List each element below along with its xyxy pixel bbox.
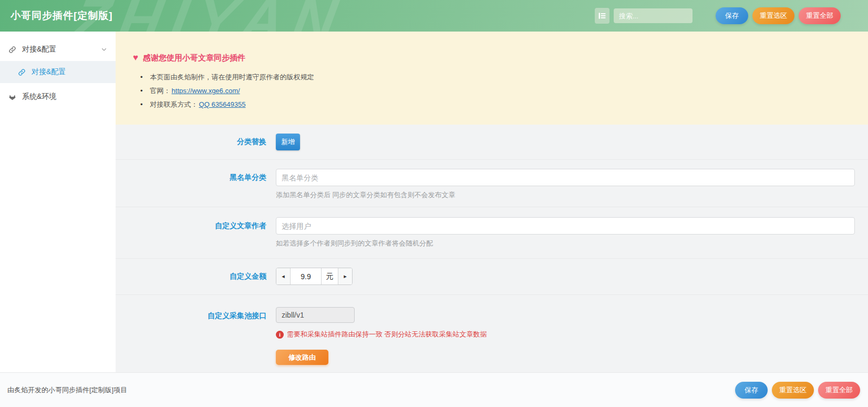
field-label: 分类替换	[116, 137, 276, 147]
add-category-button[interactable]: 新增	[276, 134, 300, 150]
field-control: 添加黑名单分类后 同步的文章分类如有包含则不会发布文章	[276, 169, 868, 207]
qq-contact-link[interactable]: QQ 635649355	[199, 98, 246, 111]
field-control: ◂ 9.9 元 ▸	[276, 268, 868, 294]
sidebar-item-system-env[interactable]: 系统&环境	[0, 85, 116, 108]
sidebar: 对接&配置 对接&配置 系统&环境	[0, 32, 116, 372]
field-control: 如若选择多个作者则同步到的文章作者将会随机分配	[276, 217, 868, 258]
amount-unit: 元	[321, 268, 338, 284]
stepper-decrease-button[interactable]: ◂	[276, 268, 291, 284]
thanks-notice-panel: ♥ 感谢您使用小哥文章同步插件 • 本页面由炙焰制作，请在使用时遵守原作者的版权…	[116, 32, 868, 125]
field-help-text: 添加黑名单分类后 同步的文章分类如有包含则不会发布文章	[276, 190, 855, 200]
sidebar-item-label: 对接&配置	[22, 45, 56, 54]
bullet-icon: •	[140, 70, 143, 84]
amount-stepper: ◂ 9.9 元 ▸	[276, 268, 353, 285]
list-item: • 对接联系方式： QQ 635649355	[133, 98, 857, 111]
reset-selection-button[interactable]: 重置选区	[772, 382, 814, 399]
form-row-amount: 自定义金额 ◂ 9.9 元 ▸	[116, 258, 868, 294]
bullet-icon: •	[140, 84, 143, 98]
field-label: 自定义金额	[116, 268, 276, 294]
notice-text: 本页面由炙焰制作，请在使用时遵守原作者的版权规定	[150, 70, 314, 84]
chevron-down-icon	[101, 46, 107, 53]
notice-text: 官网：	[150, 84, 171, 98]
list-item: • 官网： https://www.xge6.com/	[133, 84, 857, 98]
sidebar-subitem-connect-config[interactable]: 对接&配置	[0, 61, 116, 83]
api-warning-row: i 需要和采集站插件路由保持一致 否则分站无法获取采集站文章数据	[276, 330, 855, 339]
bullet-icon: •	[140, 98, 143, 111]
save-button[interactable]: 保存	[735, 382, 768, 399]
page-body: 对接&配置 对接&配置 系统&环境 ♥ 感谢您使用小哥文章同步插件 •	[0, 32, 868, 372]
list-indent-icon[interactable]	[595, 8, 609, 24]
field-label: 自定义文章作者	[116, 217, 276, 258]
heart-icon: ♥	[133, 53, 138, 63]
reset-selection-button[interactable]: 重置选区	[752, 7, 794, 24]
footer-toolbar: 保存 重置选区 重置全部	[735, 382, 860, 399]
field-label: 自定义采集池接口	[116, 307, 276, 372]
api-route-input[interactable]	[276, 307, 355, 323]
sidebar-subitem-label: 对接&配置	[32, 67, 66, 77]
form-row-api: 自定义采集池接口 i 需要和采集站插件路由保持一致 否则分站无法获取采集站文章数…	[116, 294, 868, 372]
top-header: ZHIYAN 小哥同步插件[定制版] 保存 重置选区 重置全部	[0, 0, 868, 32]
modify-route-button[interactable]: 修改路由	[276, 350, 328, 365]
sidebar-item-connect-config[interactable]: 对接&配置	[0, 38, 116, 61]
link-icon	[8, 46, 16, 54]
list-item: • 本页面由炙焰制作，请在使用时遵守原作者的版权规定	[133, 70, 857, 84]
field-control: 新增	[276, 134, 868, 150]
form-row-author: 自定义文章作者 如若选择多个作者则同步到的文章作者将会随机分配	[116, 207, 868, 258]
header-toolbar: 保存 重置选区 重置全部	[595, 7, 841, 24]
search-input[interactable]	[614, 8, 693, 23]
tanuki-icon	[8, 93, 16, 101]
reset-all-button[interactable]: 重置全部	[818, 382, 860, 399]
notice-title-row: ♥ 感谢您使用小哥文章同步插件	[133, 53, 857, 63]
save-button[interactable]: 保存	[716, 7, 748, 24]
field-control: i 需要和采集站插件路由保持一致 否则分站无法获取采集站文章数据 修改路由	[276, 307, 868, 372]
blacklist-category-input[interactable]	[276, 169, 855, 186]
api-warning-text: 需要和采集站插件路由保持一致 否则分站无法获取采集站文章数据	[287, 330, 487, 339]
notice-list: • 本页面由炙焰制作，请在使用时遵守原作者的版权规定 • 官网： https:/…	[133, 70, 857, 111]
reset-all-button[interactable]: 重置全部	[799, 7, 841, 24]
notice-title: 感谢您使用小哥文章同步插件	[143, 53, 245, 63]
official-site-link[interactable]: https://www.xge6.com/	[172, 84, 240, 98]
main-content: ♥ 感谢您使用小哥文章同步插件 • 本页面由炙焰制作，请在使用时遵守原作者的版权…	[116, 32, 868, 372]
select-user-input[interactable]	[276, 217, 855, 235]
page-footer: 由炙焰开发的小哥同步插件[定制版]项目 保存 重置选区 重置全部	[0, 372, 868, 407]
link-icon	[18, 68, 26, 76]
field-help-text: 如若选择多个作者则同步到的文章作者将会随机分配	[276, 239, 855, 248]
app-title: 小哥同步插件[定制版]	[11, 9, 113, 23]
form-row-category-replace: 分类替换 新增	[116, 125, 868, 159]
info-circle-icon: i	[276, 331, 284, 339]
field-label: 黑名单分类	[116, 169, 276, 207]
stepper-increase-button[interactable]: ▸	[338, 268, 352, 284]
sidebar-item-label: 系统&环境	[22, 92, 56, 101]
amount-value[interactable]: 9.9	[291, 268, 321, 284]
notice-text: 对接联系方式：	[150, 98, 198, 111]
footer-credit-text: 由炙焰开发的小哥同步插件[定制版]项目	[7, 385, 127, 395]
form-row-blacklist: 黑名单分类 添加黑名单分类后 同步的文章分类如有包含则不会发布文章	[116, 159, 868, 207]
